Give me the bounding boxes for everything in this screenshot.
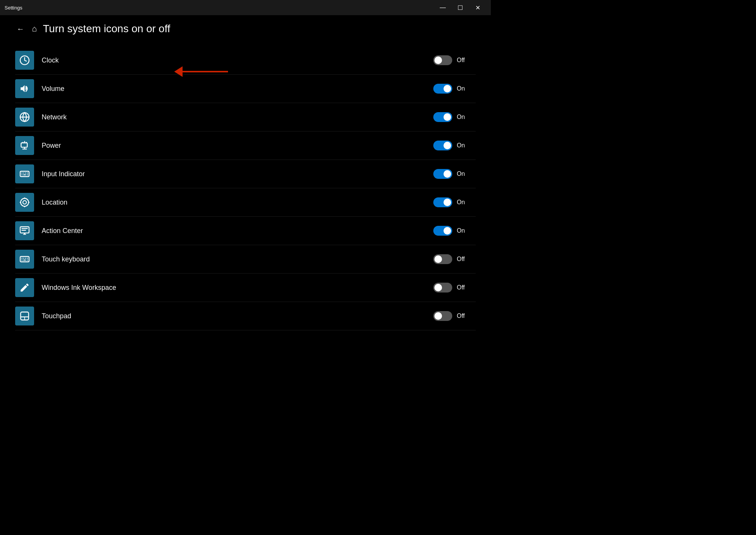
touchpad-icon	[15, 307, 34, 325]
network-toggle-knob	[444, 113, 451, 121]
settings-item-action-center: Action CenterOn	[15, 217, 476, 245]
power-icon	[15, 136, 34, 155]
power-toggle-knob	[444, 142, 451, 149]
input-indicator-label: Input Indicator	[42, 170, 433, 178]
windows-ink-toggle-label: Off	[457, 284, 468, 291]
power-toggle[interactable]	[433, 141, 452, 150]
windows-ink-toggle-area: Off	[433, 283, 468, 293]
page-header: ← ⌂ Turn system icons on or off	[15, 23, 476, 35]
location-toggle[interactable]	[433, 197, 452, 207]
settings-item-touch-keyboard: Touch keyboardOff	[15, 245, 476, 274]
svg-rect-12	[25, 173, 26, 174]
content-area: ← ⌂ Turn system icons on or off ClockOff…	[0, 15, 491, 346]
clock-label: Clock	[42, 56, 433, 64]
touchpad-toggle-knob	[434, 312, 442, 320]
network-icon	[15, 108, 34, 127]
clock-toggle-label: Off	[457, 57, 468, 64]
touchpad-label: Touchpad	[42, 312, 433, 320]
svg-rect-11	[23, 173, 24, 174]
network-toggle-label: On	[457, 114, 468, 120]
touch-keyboard-toggle[interactable]	[433, 254, 452, 264]
windows-ink-icon	[15, 278, 34, 297]
titlebar-title: Settings	[5, 5, 22, 11]
windows-ink-toggle[interactable]	[433, 283, 452, 293]
page-title: Turn system icons on or off	[43, 23, 170, 35]
back-button[interactable]: ←	[15, 23, 26, 35]
svg-rect-9	[20, 171, 29, 177]
svg-rect-14	[22, 174, 22, 175]
settings-item-power: PowerOn	[15, 131, 476, 160]
svg-rect-30	[27, 258, 28, 259]
input-indicator-toggle-label: On	[457, 171, 468, 177]
arrow-annotation	[174, 66, 228, 77]
action-center-icon	[15, 221, 34, 240]
input-indicator-toggle-knob	[444, 170, 451, 178]
touchpad-toggle[interactable]	[433, 311, 452, 321]
clock-toggle[interactable]	[433, 55, 452, 65]
touch-keyboard-toggle-knob	[434, 255, 442, 263]
volume-toggle[interactable]	[433, 84, 452, 94]
action-center-toggle[interactable]	[433, 226, 452, 236]
maximize-button[interactable]: ☐	[451, 0, 469, 15]
location-toggle-knob	[444, 199, 451, 206]
network-toggle-area: On	[433, 112, 468, 122]
power-toggle-label: On	[457, 142, 468, 149]
settings-item-network: NetworkOn	[15, 103, 476, 131]
home-icon: ⌂	[32, 24, 37, 34]
arrow-head	[174, 66, 183, 77]
touch-keyboard-icon	[15, 250, 34, 269]
settings-item-touchpad: TouchpadOff	[15, 302, 476, 330]
touchpad-toggle-label: Off	[457, 313, 468, 319]
settings-list: ClockOffVolumeOnNetworkOnPowerOnInput In…	[15, 46, 476, 330]
settings-item-clock: ClockOff	[15, 46, 476, 75]
power-label: Power	[42, 142, 433, 150]
input-indicator-toggle-area: On	[433, 169, 468, 179]
location-toggle-label: On	[457, 199, 468, 206]
touchpad-toggle-area: Off	[433, 311, 468, 321]
svg-rect-16	[27, 174, 28, 175]
windows-ink-toggle-knob	[434, 284, 442, 291]
input-indicator-icon	[15, 164, 34, 183]
power-toggle-area: On	[433, 141, 468, 150]
action-center-toggle-area: On	[433, 226, 468, 236]
svg-rect-26	[20, 257, 29, 262]
volume-toggle-knob	[444, 85, 451, 92]
titlebar-left: Settings	[5, 5, 22, 11]
svg-rect-31	[22, 260, 22, 260]
clock-toggle-area: Off	[433, 55, 468, 65]
settings-item-windows-ink: Windows Ink WorkspaceOff	[15, 274, 476, 302]
clock-toggle-knob	[434, 56, 442, 64]
svg-rect-10	[22, 173, 22, 174]
svg-rect-28	[23, 258, 24, 259]
minimize-button[interactable]: —	[434, 0, 451, 15]
location-icon	[15, 193, 34, 212]
action-center-toggle-knob	[444, 227, 451, 235]
svg-rect-29	[25, 258, 26, 259]
clock-icon	[15, 51, 34, 70]
touch-keyboard-label: Touch keyboard	[42, 255, 433, 263]
titlebar-controls: — ☐ ✕	[434, 0, 486, 15]
svg-rect-13	[27, 173, 28, 174]
network-toggle[interactable]	[433, 112, 452, 122]
svg-rect-32	[23, 260, 26, 260]
settings-item-location: LocationOn	[15, 188, 476, 217]
settings-item-volume: VolumeOn	[15, 75, 476, 103]
volume-toggle-label: On	[457, 85, 468, 92]
volume-label: Volume	[42, 85, 433, 93]
touch-keyboard-toggle-label: Off	[457, 256, 468, 263]
action-center-toggle-label: On	[457, 227, 468, 234]
volume-icon	[15, 79, 34, 98]
windows-ink-label: Windows Ink Workspace	[42, 284, 433, 292]
close-button[interactable]: ✕	[469, 0, 486, 15]
svg-rect-27	[22, 258, 22, 259]
input-indicator-toggle[interactable]	[433, 169, 452, 179]
volume-toggle-area: On	[433, 84, 468, 94]
arrow-line	[183, 71, 228, 72]
svg-point-17	[23, 200, 26, 204]
titlebar: Settings — ☐ ✕	[0, 0, 491, 15]
network-label: Network	[42, 113, 433, 121]
svg-rect-15	[23, 174, 26, 175]
settings-item-input-indicator: Input IndicatorOn	[15, 160, 476, 188]
svg-rect-23	[20, 227, 29, 233]
svg-rect-3	[21, 143, 27, 147]
